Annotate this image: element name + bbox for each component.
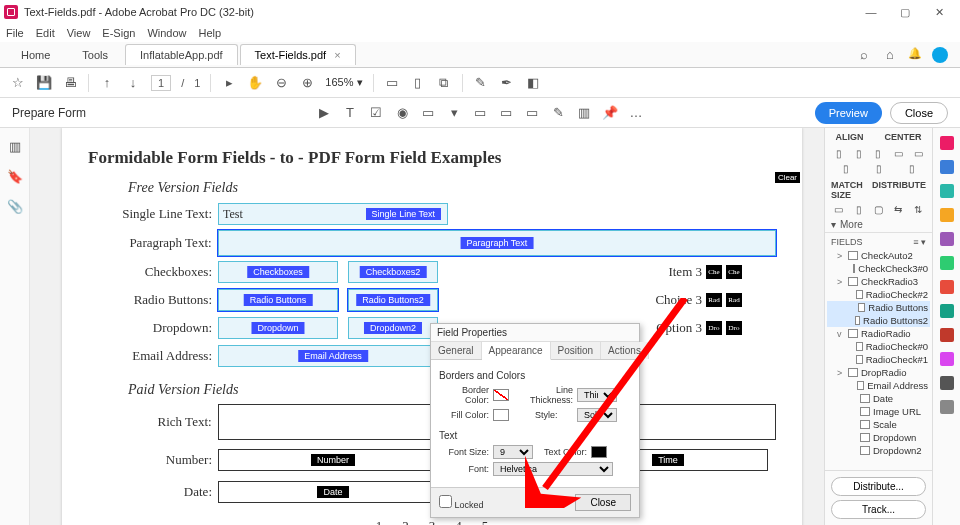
field-checkboxes2[interactable]: Checkboxes2 (348, 261, 438, 283)
menu-file[interactable]: File (6, 27, 24, 39)
fit-page-icon[interactable]: ▯ (410, 75, 426, 91)
distribute-h-icon[interactable]: ⇆ (891, 204, 905, 215)
page-down-icon[interactable]: ↓ (125, 75, 141, 91)
tab-actions[interactable]: Actions (601, 342, 649, 359)
signature-tool-icon[interactable]: ✎ (550, 105, 566, 121)
more-icon[interactable]: … (628, 105, 644, 121)
search-icon[interactable]: ⌕ (856, 47, 872, 63)
tool-more-icon[interactable] (940, 376, 954, 390)
tree-item[interactable]: Radio Buttons2 (827, 314, 930, 327)
tree-item[interactable]: RadioCheck#1 (827, 353, 930, 366)
field-paragraph-text[interactable]: Paragraph Text (218, 230, 776, 256)
dropdown-icon[interactable]: Dro (726, 321, 742, 335)
tool-scan-icon[interactable] (940, 256, 954, 270)
print-icon[interactable]: 🖶 (62, 75, 78, 91)
tool-prepare-form-icon[interactable] (940, 352, 954, 366)
preview-button[interactable]: Preview (815, 102, 882, 124)
hand-icon[interactable]: ✋ (247, 75, 263, 91)
listbox-tool-icon[interactable]: ▭ (420, 105, 436, 121)
tool-comment-icon[interactable] (940, 208, 954, 222)
cursor-icon[interactable]: ▸ (221, 75, 237, 91)
close-button[interactable]: Close (890, 102, 948, 124)
menu-esign[interactable]: E-Sign (102, 27, 135, 39)
tree-item[interactable]: >CheckAuto2 (827, 249, 930, 262)
attachment-icon[interactable]: 📎 (7, 198, 23, 214)
match-height-icon[interactable]: ▯ (852, 204, 866, 215)
distribute-button[interactable]: Distribute... (831, 477, 926, 496)
pin-icon[interactable]: 📌 (602, 105, 618, 121)
field-email-address[interactable]: Email Address (218, 345, 448, 367)
window-minimize-button[interactable]: — (854, 1, 888, 23)
tab-position[interactable]: Position (551, 342, 602, 359)
field-radio-buttons2[interactable]: Radio Buttons2 (348, 289, 438, 311)
tree-item[interactable]: >DropRadio (827, 366, 930, 379)
line-style-select[interactable]: Solid (577, 408, 617, 422)
window-maximize-button[interactable]: ▢ (888, 1, 922, 23)
text-color-swatch[interactable] (591, 446, 607, 458)
distribute-v-icon[interactable]: ⇅ (911, 204, 925, 215)
menu-help[interactable]: Help (199, 27, 222, 39)
tab-doc-textfields[interactable]: Text-Fields.pdf× (240, 44, 356, 65)
zoom-select[interactable]: 165% ▾ (325, 76, 362, 89)
tool-organize-icon[interactable] (940, 232, 954, 246)
checkbox-icon[interactable]: Che (726, 265, 742, 279)
menu-edit[interactable]: Edit (36, 27, 55, 39)
star-icon[interactable]: ☆ (10, 75, 26, 91)
pages-icon[interactable]: ▥ (7, 138, 23, 154)
tool-more2-icon[interactable] (940, 400, 954, 414)
text-field-tool-icon[interactable]: T (342, 105, 358, 121)
read-mode-icon[interactable]: ⧉ (436, 75, 452, 91)
tool-fill-sign-icon[interactable] (940, 304, 954, 318)
image-field-tool-icon[interactable]: ▭ (498, 105, 514, 121)
menu-window[interactable]: Window (147, 27, 186, 39)
dialog-close-button[interactable]: Close (575, 494, 631, 511)
align-top-icon[interactable]: ▯ (839, 163, 853, 174)
page-view[interactable]: Clear Formidable Form Fields - to - PDF … (30, 128, 824, 525)
tab-appearance[interactable]: Appearance (482, 342, 551, 360)
zoom-out-icon[interactable]: ⊖ (273, 75, 289, 91)
clear-badge[interactable]: Clear (775, 172, 800, 183)
tab-doc-inflatable[interactable]: InflatableApp.pdf (125, 44, 238, 65)
tree-item[interactable]: >CheckRadio3 (827, 275, 930, 288)
home-icon[interactable]: ⌂ (882, 47, 898, 63)
tab-close-icon[interactable]: × (334, 49, 340, 61)
tool-edit-pdf-icon[interactable] (940, 160, 954, 174)
notification-bell-icon[interactable]: 🔔 (908, 47, 922, 63)
center-v-icon[interactable]: ▭ (911, 148, 925, 159)
field-date[interactable]: Date (218, 481, 448, 503)
tree-item[interactable]: Email Address (827, 379, 930, 392)
highlight-icon[interactable]: ✎ (473, 75, 489, 91)
checkbox-tool-icon[interactable]: ☑ (368, 105, 384, 121)
tree-item[interactable]: Radio Buttons (827, 301, 930, 314)
select-tool-icon[interactable]: ▶ (316, 105, 332, 121)
tree-item[interactable]: Image URL (827, 405, 930, 418)
match-both-icon[interactable]: ▢ (871, 204, 885, 215)
radio-icon[interactable]: Rad (726, 293, 742, 307)
align-center-icon[interactable]: ▯ (852, 148, 866, 159)
menu-view[interactable]: View (67, 27, 91, 39)
locked-checkbox[interactable]: Locked (439, 495, 484, 510)
field-number[interactable]: Number (218, 449, 448, 471)
checkbox-icon[interactable]: Che (706, 265, 722, 279)
button-tool-icon[interactable]: ▭ (472, 105, 488, 121)
tree-item[interactable]: vRadioRadio (827, 327, 930, 340)
tree-item[interactable]: RadioCheck#2 (827, 288, 930, 301)
radio-icon[interactable]: Rad (706, 293, 722, 307)
tool-protect-icon[interactable] (940, 280, 954, 294)
more-toggle[interactable]: ▾More (825, 217, 932, 232)
eraser-icon[interactable]: ◧ (525, 75, 541, 91)
align-left-icon[interactable]: ▯ (832, 148, 846, 159)
align-bottom-icon[interactable]: ▯ (905, 163, 919, 174)
tree-item[interactable]: Scale (827, 418, 930, 431)
save-icon[interactable]: 💾 (36, 75, 52, 91)
tool-send-icon[interactable] (940, 328, 954, 342)
align-right-icon[interactable]: ▯ (871, 148, 885, 159)
tab-general[interactable]: General (431, 342, 482, 359)
field-checkboxes[interactable]: Checkboxes (218, 261, 338, 283)
fields-tree[interactable]: >CheckAuto2CheckCheck3#0>CheckRadio3Radi… (825, 249, 932, 470)
radio-tool-icon[interactable]: ◉ (394, 105, 410, 121)
tree-item[interactable]: Dropdown2 (827, 444, 930, 457)
field-dropdown2[interactable]: Dropdown2 (348, 317, 438, 339)
field-radio-buttons[interactable]: Radio Buttons (218, 289, 338, 311)
tree-item[interactable]: CheckCheck3#0 (827, 262, 930, 275)
